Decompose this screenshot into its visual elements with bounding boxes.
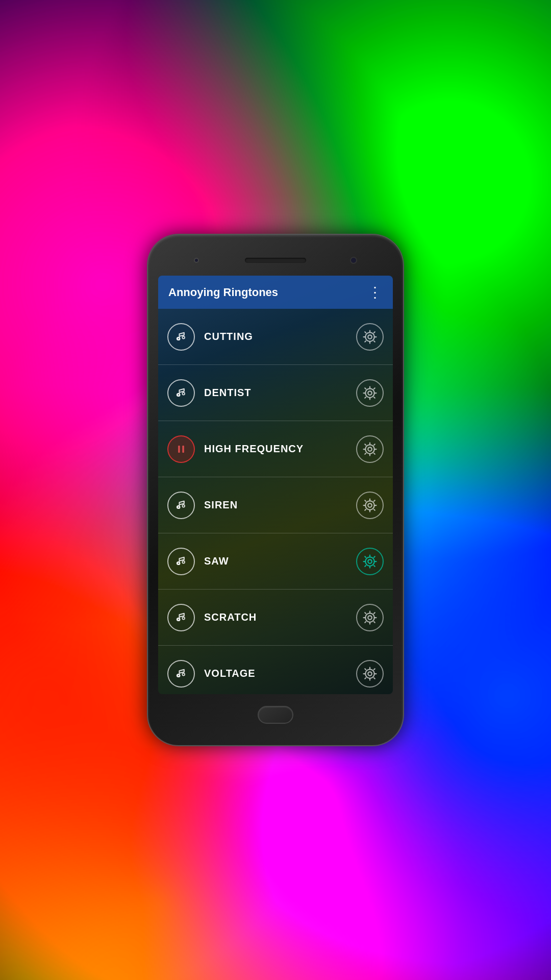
ringtone-name: DENTIST (204, 387, 356, 399)
ringtone-name: SCRATCH (204, 611, 356, 623)
more-options-icon[interactable]: ⋮ (368, 285, 383, 300)
play-button[interactable] (167, 323, 195, 351)
svg-point-5 (368, 391, 372, 395)
phone-screen: Annoying Ringtones ⋮ CUTTING DENTIST (158, 276, 393, 694)
list-item[interactable]: SIREN (158, 477, 393, 533)
home-button[interactable] (258, 706, 293, 724)
svg-point-1 (182, 336, 185, 338)
settings-button[interactable] (356, 548, 384, 575)
svg-point-12 (178, 562, 180, 565)
phone-bottom (258, 694, 293, 735)
play-button[interactable] (167, 548, 195, 575)
svg-point-16 (182, 617, 185, 619)
svg-point-17 (368, 616, 372, 620)
play-button[interactable] (167, 379, 195, 407)
camera-dot (350, 257, 357, 264)
svg-point-14 (368, 559, 372, 564)
svg-rect-7 (182, 446, 184, 453)
settings-button[interactable] (356, 492, 384, 519)
svg-rect-6 (178, 446, 180, 453)
ringtone-list: CUTTING DENTIST HIGH FREQUENCY (158, 309, 393, 694)
ringtone-name: VOLTAGE (204, 668, 356, 679)
play-button[interactable] (167, 492, 195, 519)
svg-point-0 (178, 337, 180, 340)
svg-point-13 (182, 560, 185, 563)
svg-point-8 (368, 447, 372, 451)
svg-point-10 (182, 504, 185, 507)
app-title: Annoying Ringtones (168, 286, 278, 299)
ringtone-name: SIREN (204, 499, 356, 511)
phone-top-bar (158, 245, 393, 276)
list-item[interactable]: VOLTAGE (158, 646, 393, 694)
list-item[interactable]: SAW (158, 533, 393, 590)
speaker-grille (245, 258, 306, 263)
svg-point-20 (368, 672, 372, 676)
svg-point-2 (368, 335, 372, 339)
list-item[interactable]: SCRATCH (158, 590, 393, 646)
svg-point-4 (182, 392, 185, 395)
settings-button[interactable] (356, 660, 384, 688)
play-button[interactable] (167, 660, 195, 688)
svg-point-9 (178, 506, 180, 508)
list-item[interactable]: HIGH FREQUENCY (158, 421, 393, 477)
settings-button[interactable] (356, 379, 384, 407)
settings-button[interactable] (356, 604, 384, 631)
svg-point-18 (178, 674, 180, 677)
svg-point-3 (178, 394, 180, 396)
list-item[interactable]: DENTIST (158, 365, 393, 421)
settings-button[interactable] (356, 323, 384, 351)
ringtone-name: SAW (204, 555, 356, 567)
ringtone-name: CUTTING (204, 331, 356, 342)
settings-button[interactable] (356, 435, 384, 463)
phone-device: Annoying Ringtones ⋮ CUTTING DENTIST (148, 235, 403, 745)
svg-point-15 (178, 618, 180, 621)
play-button[interactable] (167, 604, 195, 631)
app-bar: Annoying Ringtones ⋮ (158, 276, 393, 309)
list-item[interactable]: CUTTING (158, 309, 393, 365)
svg-point-11 (368, 503, 372, 507)
svg-point-19 (182, 673, 185, 675)
pause-button[interactable] (167, 435, 195, 463)
sensor-dot (194, 258, 199, 263)
ringtone-name: HIGH FREQUENCY (204, 443, 356, 455)
